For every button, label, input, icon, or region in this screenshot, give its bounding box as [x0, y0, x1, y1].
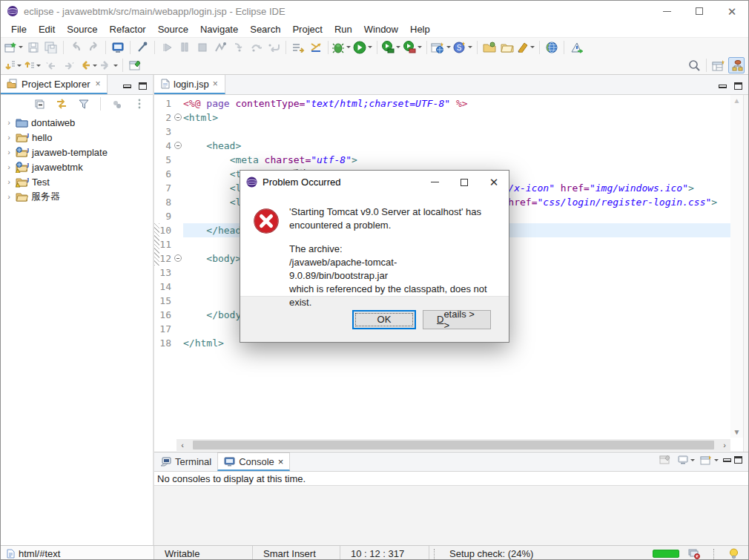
expand-chevron-icon[interactable]: › [5, 192, 13, 201]
dialog-maximize-button[interactable] [449, 171, 479, 194]
code-line-5[interactable]: 5 <meta charset="utf-8"> [154, 153, 748, 167]
menu-refactor-3[interactable]: Refactor [104, 22, 152, 36]
focus-on-active-task-button[interactable] [109, 96, 125, 112]
export-button[interactable] [499, 39, 515, 56]
display-selected-console-button[interactable] [678, 452, 696, 468]
menu-file-0[interactable]: File [5, 22, 33, 36]
resume-button[interactable] [159, 39, 175, 56]
code-line-2[interactable]: 2<html> [154, 111, 748, 125]
run-button[interactable] [353, 39, 373, 56]
fold-marker-icon[interactable] [174, 139, 183, 153]
javaee-perspective-button[interactable] [728, 57, 745, 73]
minimize-view-button[interactable] [123, 85, 131, 88]
menu-source-4[interactable]: Source [152, 22, 194, 36]
cancel-operation-button[interactable] [686, 546, 702, 560]
redo-button[interactable] [85, 39, 102, 56]
last-edit-location-button[interactable] [43, 57, 59, 73]
new-web-project-button[interactable] [431, 39, 452, 56]
run-on-server-button[interactable] [381, 39, 401, 56]
tree-item-dontaiweb[interactable]: ›dontaiweb [1, 115, 153, 130]
menu-project-7[interactable]: Project [286, 22, 328, 36]
new-wizard-button[interactable] [4, 39, 24, 56]
save-all-button[interactable] [43, 39, 59, 56]
maximize-console-button[interactable] [734, 456, 742, 464]
back-button[interactable] [79, 57, 98, 73]
undo-button[interactable] [67, 39, 84, 56]
open-console-button[interactable] [700, 452, 719, 468]
previous-annotation-button[interactable] [24, 57, 42, 73]
expand-chevron-icon[interactable]: › [5, 177, 13, 186]
tree-item-服务器[interactable]: ›服务器 [1, 189, 153, 204]
view-menu-button[interactable] [131, 96, 148, 112]
step-into-button[interactable] [230, 39, 246, 56]
step-return-button[interactable] [265, 39, 282, 56]
tree-item-javawebtmk[interactable]: ›Jjavawebtmk [1, 159, 153, 174]
import-button[interactable] [481, 39, 498, 56]
vertical-scrollbar[interactable]: ▲ ▼ [730, 95, 743, 438]
menu-run-8[interactable]: Run [329, 22, 358, 36]
dialog-minimize-button[interactable] [420, 171, 449, 194]
code-line-4[interactable]: 4 <head> [154, 139, 748, 153]
menu-window-9[interactable]: Window [358, 22, 404, 36]
pin-console-button[interactable] [657, 452, 673, 468]
step-over-button[interactable] [248, 39, 264, 56]
open-perspective-button[interactable] [710, 57, 727, 73]
mark-occurrences-button[interactable] [134, 39, 151, 56]
tab-login-jsp[interactable]: login.jsp × [154, 75, 225, 94]
fold-marker-icon[interactable] [174, 251, 183, 266]
new-servlet-button[interactable]: S [453, 39, 473, 56]
debug-on-server-button[interactable] [403, 39, 423, 56]
fold-marker-icon[interactable] [174, 111, 183, 125]
terminate-button[interactable] [194, 39, 211, 56]
scroll-right-icon[interactable]: › [719, 441, 730, 449]
scroll-left-icon[interactable]: ‹ [176, 441, 188, 449]
code-line-1[interactable]: 1<%@ page contentType="text/html;charset… [154, 96, 748, 111]
close-console-icon[interactable]: × [278, 456, 284, 467]
maximize-view-button[interactable] [139, 82, 147, 90]
tips-lightbulb-button[interactable] [725, 546, 742, 560]
tab-console[interactable]: Console × [217, 452, 290, 471]
tab-project-explorer[interactable]: Project Explorer × [1, 75, 108, 94]
next-edit-location-button[interactable] [61, 57, 77, 73]
expand-chevron-icon[interactable]: › [5, 133, 13, 142]
forward-button[interactable] [99, 57, 119, 73]
horizontal-scrollbar[interactable]: ‹ › [176, 439, 730, 451]
ok-button[interactable]: OK [352, 310, 416, 329]
menu-edit-1[interactable]: Edit [33, 22, 61, 36]
code-line-3[interactable]: 3 [154, 125, 748, 139]
search-button[interactable] [686, 57, 702, 73]
details-button[interactable]: Details > > [423, 310, 491, 329]
debug-button[interactable] [332, 39, 352, 56]
open-web-browser-button[interactable] [110, 39, 126, 56]
minimize-editor-button[interactable] [719, 85, 727, 88]
expand-chevron-icon[interactable]: › [5, 118, 13, 127]
use-step-filters-button[interactable] [290, 39, 306, 56]
window-minimize-button[interactable] [650, 1, 683, 22]
filter-button[interactable] [76, 96, 92, 112]
collapse-all-button[interactable] [31, 96, 47, 112]
external-tools-button[interactable] [568, 39, 584, 56]
tree-item-javaweb-template[interactable]: ›Jjavaweb-template [1, 145, 153, 159]
dialog-close-button[interactable]: ✕ [479, 171, 509, 194]
tree-item-hello[interactable]: ›Jhello [1, 130, 153, 145]
expand-chevron-icon[interactable]: › [5, 148, 13, 157]
pin-editor-button[interactable] [127, 57, 143, 73]
link-with-editor-button[interactable] [53, 96, 70, 112]
menu-help-10[interactable]: Help [404, 22, 436, 36]
window-maximize-button[interactable] [683, 1, 716, 22]
suspend-button[interactable] [176, 39, 193, 56]
window-close-button[interactable]: ✕ [716, 1, 748, 22]
scroll-down-icon[interactable]: ▼ [733, 426, 741, 438]
tree-item-Test[interactable]: ›JTest [1, 174, 153, 189]
menu-search-6[interactable]: Search [244, 22, 286, 36]
horizontal-scroll-thumb[interactable] [193, 441, 714, 449]
close-view-icon[interactable]: × [95, 79, 100, 89]
menu-navigate-5[interactable]: Navigate [194, 22, 244, 36]
tab-terminal[interactable]: Terminal [154, 452, 217, 471]
close-tab-icon[interactable]: × [213, 79, 218, 89]
minimize-console-button[interactable] [723, 458, 731, 462]
save-button[interactable] [25, 39, 42, 56]
next-annotation-button[interactable] [4, 57, 22, 73]
disconnect-button[interactable] [212, 39, 228, 56]
expand-chevron-icon[interactable]: › [5, 162, 13, 171]
